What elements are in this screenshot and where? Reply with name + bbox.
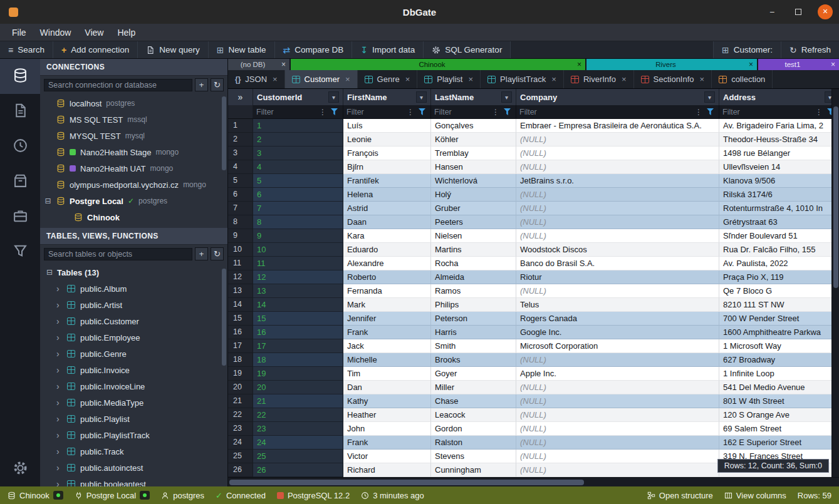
cell-company[interactable]: Woodstock Discos: [516, 243, 719, 257]
close-tab-icon[interactable]: ×: [700, 75, 705, 84]
horizontal-scrollbar[interactable]: [228, 477, 839, 486]
row-number[interactable]: 7: [228, 202, 253, 215]
column-dropdown-icon[interactable]: ▾: [328, 91, 339, 103]
table-row[interactable]: 10 10 Eduardo Martins Woodstock Discos R…: [228, 243, 839, 257]
table-row[interactable]: 4 4 Bjſrn Hansen (NULL) Ullevľlsveien 14: [228, 160, 839, 174]
cell-company[interactable]: Rogers Canada: [516, 312, 719, 326]
cell-lastname[interactable]: Tremblay: [431, 147, 516, 160]
horizontal-scroll-thumb[interactable]: [229, 480, 584, 485]
cell-firstname[interactable]: Astrid: [343, 202, 431, 215]
connections-search-input[interactable]: Search connection or database: [44, 79, 192, 91]
connection-olympus-medportal-vychozi-cz[interactable]: olympus-medportal.vychozi.cz mongo: [40, 177, 227, 193]
connection-chinook[interactable]: Chinook: [40, 209, 227, 225]
cell-firstname[interactable]: Frank: [343, 326, 431, 339]
row-number[interactable]: 24: [228, 436, 253, 450]
cell-firstname[interactable]: Tim: [343, 367, 431, 381]
connection-nano2health-stage[interactable]: Nano2Health Stage mongo: [40, 144, 227, 160]
cell-customerid[interactable]: 17: [253, 339, 343, 353]
cell-customerid[interactable]: 6: [253, 188, 343, 202]
cell-address[interactable]: 801 W 4th Street: [719, 394, 839, 408]
cell-company[interactable]: (NULL): [516, 422, 719, 436]
table-public-employee[interactable]: › public.Employee: [40, 329, 227, 346]
table-public-mediatype[interactable]: › public.MediaType: [40, 394, 227, 411]
table-row[interactable]: 7 7 Astrid Gruber (NULL) Rotenturmstraße…: [228, 202, 839, 215]
chevron-right-icon[interactable]: ›: [56, 446, 62, 456]
cell-address[interactable]: 541 Del Medio Avenue: [719, 381, 839, 394]
cell-company[interactable]: (NULL): [516, 463, 719, 477]
row-number[interactable]: 11: [228, 257, 253, 270]
cell-firstname[interactable]: Dan: [343, 381, 431, 394]
close-group-icon[interactable]: ×: [745, 60, 757, 69]
row-number[interactable]: 26: [228, 463, 253, 477]
cell-firstname[interactable]: Jennifer: [343, 312, 431, 326]
tab-genre[interactable]: Genre ×: [358, 70, 418, 88]
close-tab-icon[interactable]: ×: [405, 75, 410, 84]
cell-address[interactable]: 69 Salem Street: [719, 422, 839, 436]
chevron-right-icon[interactable]: ›: [56, 381, 62, 391]
table-row[interactable]: 15 15 Jennifer Peterson Rogers Canada 70…: [228, 312, 839, 326]
table-public-playlisttrack[interactable]: › public.PlaylistTrack: [40, 427, 227, 443]
widgetbar-database[interactable]: [0, 59, 40, 94]
cell-lastname[interactable]: Gonçalves: [431, 119, 516, 133]
cell-firstname[interactable]: Jack: [343, 339, 431, 353]
widgetbar-app[interactable]: [0, 199, 40, 234]
menu-view[interactable]: View: [78, 24, 110, 41]
chevron-right-icon[interactable]: ›: [56, 284, 62, 294]
table-row[interactable]: 21 21 Kathy Chase (NULL) 801 W 4th Stree…: [228, 394, 839, 408]
status-open-structure[interactable]: Open structure: [647, 491, 713, 500]
cell-lastname[interactable]: Almeida: [431, 270, 516, 284]
table-row[interactable]: 6 6 Helena Holý (NULL) Rilská 3174/6: [228, 188, 839, 202]
status-chinook[interactable]: Chinook: [8, 491, 63, 500]
cell-firstname[interactable]: Roberto: [343, 270, 431, 284]
cell-firstname[interactable]: François: [343, 147, 431, 160]
cell-firstname[interactable]: Fernanda: [343, 284, 431, 298]
cell-firstname[interactable]: Leonie: [343, 133, 431, 147]
cell-address[interactable]: 627 Broadway: [719, 353, 839, 367]
tab-sectioninfo[interactable]: SectionInfo ×: [634, 70, 712, 88]
filter-company[interactable]: Filter ⋮: [516, 105, 719, 118]
cell-company[interactable]: (NULL): [516, 436, 719, 450]
row-number[interactable]: 2: [228, 133, 253, 147]
tab-group-test1[interactable]: test1 ×: [758, 59, 839, 70]
cell-company[interactable]: (NULL): [516, 408, 719, 422]
add-connection-small-button[interactable]: +: [195, 78, 208, 91]
row-number[interactable]: 17: [228, 339, 253, 353]
cell-company[interactable]: (NULL): [516, 394, 719, 408]
cell-lastname[interactable]: Harris: [431, 326, 516, 339]
toolbar-button-add-connection[interactable]: + Add connection: [53, 41, 138, 58]
row-number[interactable]: 21: [228, 394, 253, 408]
table-row[interactable]: 11 11 Alexandre Rocha Banco do Brasil S.…: [228, 257, 839, 270]
table-row[interactable]: 20 20 Dan Miller (NULL) 541 Del Medio Av…: [228, 381, 839, 394]
widgetbar-filter[interactable]: [0, 234, 40, 269]
cell-address[interactable]: 1498 rue Bélanger: [719, 147, 839, 160]
refresh-tables-button[interactable]: ↻: [211, 247, 224, 260]
close-group-icon[interactable]: ×: [278, 60, 289, 69]
cell-company[interactable]: (NULL): [516, 381, 719, 394]
close-tab-icon[interactable]: ×: [273, 75, 278, 84]
cell-firstname[interactable]: Richard: [343, 463, 431, 477]
cell-lastname[interactable]: Ramos: [431, 284, 516, 298]
table-public-track[interactable]: › public.Track: [40, 443, 227, 460]
chevron-right-icon[interactable]: ›: [56, 332, 62, 342]
cell-customerid[interactable]: 26: [253, 463, 343, 477]
cell-address[interactable]: Ullevľlsveien 14: [719, 160, 839, 174]
cell-customerid[interactable]: 18: [253, 353, 343, 367]
table-row[interactable]: 3 3 François Tremblay (NULL) 1498 rue Bé…: [228, 147, 839, 160]
table-row[interactable]: 9 9 Kara Nielsen (NULL) Sľnder Boulevard…: [228, 229, 839, 243]
cell-customerid[interactable]: 13: [253, 284, 343, 298]
table-row[interactable]: 17 17 Jack Smith Microsoft Corporation 1…: [228, 339, 839, 353]
cell-company[interactable]: (NULL): [516, 160, 719, 174]
chevron-right-icon[interactable]: ›: [56, 316, 62, 326]
connection-nano2health-uat[interactable]: Nano2Health UAT mongo: [40, 160, 227, 177]
cell-lastname[interactable]: Wichterlová: [431, 174, 516, 188]
row-number[interactable]: 16: [228, 326, 253, 339]
cell-customerid[interactable]: 23: [253, 422, 343, 436]
table-row[interactable]: 1 1 Luís Gonçalves Embraer - Empresa Bra…: [228, 119, 839, 133]
tab-group-no-db[interactable]: (no DB) ×: [228, 59, 289, 70]
table-row[interactable]: 22 22 Heather Leacock (NULL) 120 S Orang…: [228, 408, 839, 422]
funnel-icon[interactable]: [707, 108, 714, 115]
table-public-genre[interactable]: › public.Genre: [40, 346, 227, 362]
toolbar-button-search[interactable]: ≡ Search: [0, 41, 53, 58]
cell-company[interactable]: JetBrains s.r.o.: [516, 174, 719, 188]
cell-lastname[interactable]: Peterson: [431, 312, 516, 326]
